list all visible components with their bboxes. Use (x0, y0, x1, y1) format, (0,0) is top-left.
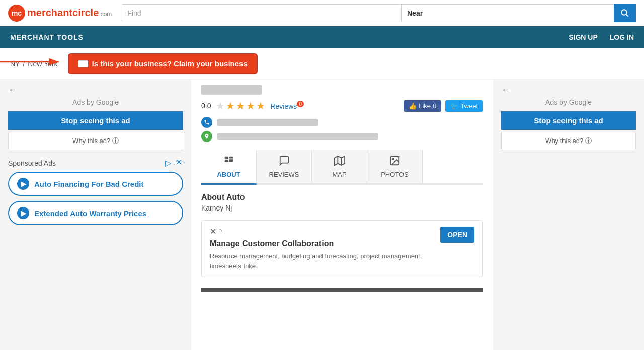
center-content: 0.0 ★ ★ ★ ★ ★ Reviews0 👍 Like 0 🐦 Twee (191, 80, 493, 350)
tab-map[interactable]: MAP (312, 150, 367, 183)
search-button[interactable] (614, 4, 636, 22)
thumbs-up-icon: 👍 (409, 102, 417, 110)
header: mc merchantcircle.com Find Near (0, 0, 644, 26)
reviews-svg (279, 155, 290, 166)
reviews-label: Reviews (270, 102, 297, 110)
main-container: ← Ads by Google Stop seeing this ad Why … (0, 80, 644, 350)
tweet-button[interactable]: 🐦 Tweet (445, 100, 483, 112)
about-title: About Auto (201, 193, 483, 202)
svg-point-0 (621, 10, 627, 15)
left-why-this-ad[interactable]: Why this ad? ⓘ (8, 132, 183, 150)
right-ads-column: ← Ads by Google Stop seeing this ad Why … (493, 80, 644, 350)
reviews-count: 0 (297, 101, 304, 107)
sponsored-btn-1[interactable]: ▶ Auto Financing For Bad Credit (8, 172, 183, 196)
right-why-this-ad[interactable]: Why this ad? ⓘ (501, 132, 636, 150)
sponsored-header: Sponsored Ads ▷ 👁 (8, 158, 183, 168)
phone-icon (201, 117, 212, 128)
logo-merchant: merchant (27, 7, 72, 18)
about-icon (223, 155, 234, 169)
rating-score: 0.0 (201, 102, 211, 110)
tab-photos[interactable]: PHOTOS (367, 150, 423, 183)
find-input[interactable] (145, 9, 396, 17)
tab-reviews[interactable]: REVIEWS (257, 150, 312, 183)
social-buttons: 👍 Like 0 🐦 Tweet (404, 100, 483, 112)
sponsored-btn-2-arrow-icon: ▶ (17, 207, 29, 219)
ad-open-button[interactable]: OPEN (440, 227, 474, 243)
logo-area: mc merchantcircle.com (8, 5, 112, 22)
phone-row (201, 117, 483, 128)
tab-reviews-label: REVIEWS (269, 171, 299, 178)
left-ads-column: ← Ads by Google Stop seeing this ad Why … (0, 80, 191, 350)
breadcrumb-bar: NY / New York Is this your business? Cla… (0, 48, 644, 80)
reviews-link[interactable]: Reviews0 (270, 101, 303, 110)
svg-rect-7 (229, 159, 232, 162)
star-5: ★ (256, 100, 265, 112)
star-1: ★ (216, 100, 225, 112)
svg-rect-4 (224, 157, 228, 160)
login-link[interactable]: LOG IN (610, 33, 634, 41)
svg-rect-5 (224, 160, 228, 162)
near-input[interactable] (427, 9, 609, 17)
logo-mc-circle: mc (8, 5, 25, 22)
find-field: Find (122, 4, 401, 22)
tab-about[interactable]: ABOUT (201, 150, 257, 185)
navbar-right: SIGN UP LOG IN (569, 33, 634, 41)
sponsored-btn-1-arrow-icon: ▶ (17, 178, 29, 190)
logo-mc-text: mc (12, 9, 22, 17)
facebook-like-button[interactable]: 👍 Like 0 (404, 100, 441, 112)
claim-text: Is this your business? Claim your busine… (92, 59, 248, 68)
merchant-tools-label: MERCHANT TOOLS (10, 33, 84, 41)
near-label: Near (407, 9, 423, 17)
map-icon (334, 155, 345, 169)
sponsored-btn-2-label: Extended Auto Warranty Prices (34, 209, 146, 218)
search-icon (620, 9, 629, 18)
find-label: Find (127, 9, 141, 17)
claim-box[interactable]: Is this your business? Claim your busine… (68, 53, 258, 74)
ad-card-content: ✕ ○ Manage Customer Collaboration Resour… (210, 227, 440, 271)
right-stop-seeing-button[interactable]: Stop seeing this ad (501, 111, 636, 130)
right-back-arrow[interactable]: ← (501, 85, 510, 95)
near-field: Near (401, 4, 614, 22)
right-ads-by-google: Ads by Google (501, 98, 636, 106)
phone-number-blur (217, 119, 318, 126)
play-icon: ▷ (165, 158, 171, 168)
sponsored-title: Sponsored Ads (8, 159, 56, 167)
tab-about-label: ABOUT (217, 171, 240, 178)
tab-map-label: MAP (332, 171, 346, 178)
ad-close-x-button[interactable]: ✕ (210, 227, 216, 236)
claim-container: Is this your business? Claim your busine… (68, 53, 258, 74)
signup-link[interactable]: SIGN UP (569, 33, 598, 41)
stars-row: ★ ★ ★ ★ ★ (216, 100, 265, 112)
logo-circle: circle (72, 7, 99, 18)
like-label: Like (419, 102, 431, 110)
svg-marker-8 (334, 156, 344, 165)
ad-card: ✕ ○ Manage Customer Collaboration Resour… (201, 220, 483, 277)
progress-bar (201, 288, 483, 292)
logo-tld: .com (99, 11, 112, 18)
tab-photos-label: PHOTOS (381, 171, 409, 178)
map-tab-svg (334, 155, 345, 166)
sponsored-btn-1-label: Auto Financing For Bad Credit (34, 180, 144, 188)
about-svg (223, 155, 234, 166)
ad-close-row: ✕ ○ (210, 227, 440, 236)
address-row (201, 131, 483, 142)
star-4: ★ (246, 100, 255, 112)
left-back-arrow[interactable]: ← (8, 85, 17, 95)
logo-brand: merchantcircle.com (27, 7, 112, 19)
like-count: 0 (433, 102, 436, 110)
svg-point-12 (392, 158, 394, 160)
svg-rect-6 (229, 157, 232, 159)
ad-close-circle-button[interactable]: ○ (218, 227, 222, 236)
twitter-bird-icon: 🐦 (450, 102, 458, 110)
search-bar: Find Near (122, 4, 636, 22)
business-name-blur (201, 85, 262, 95)
claim-arrow-svg (0, 54, 64, 69)
photos-icon (389, 155, 400, 169)
sponsored-btn-2[interactable]: ▶ Extended Auto Warranty Prices (8, 201, 183, 225)
sponsored-section: Sponsored Ads ▷ 👁 ▶ Auto Financing For B… (8, 158, 183, 225)
left-ads-by-google: Ads by Google (8, 98, 183, 106)
star-2: ★ (226, 100, 235, 112)
left-stop-seeing-button[interactable]: Stop seeing this ad (8, 111, 183, 130)
eye-icon: 👁 (175, 158, 183, 168)
svg-line-1 (626, 14, 628, 17)
